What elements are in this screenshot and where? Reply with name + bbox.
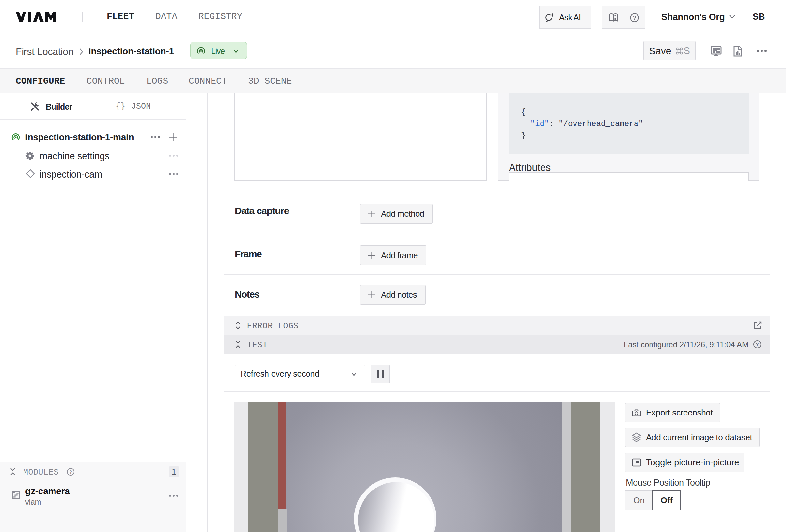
- svg-text:?: ?: [69, 469, 72, 475]
- svg-text:?: ?: [756, 342, 759, 347]
- svg-text:?: ?: [633, 15, 636, 21]
